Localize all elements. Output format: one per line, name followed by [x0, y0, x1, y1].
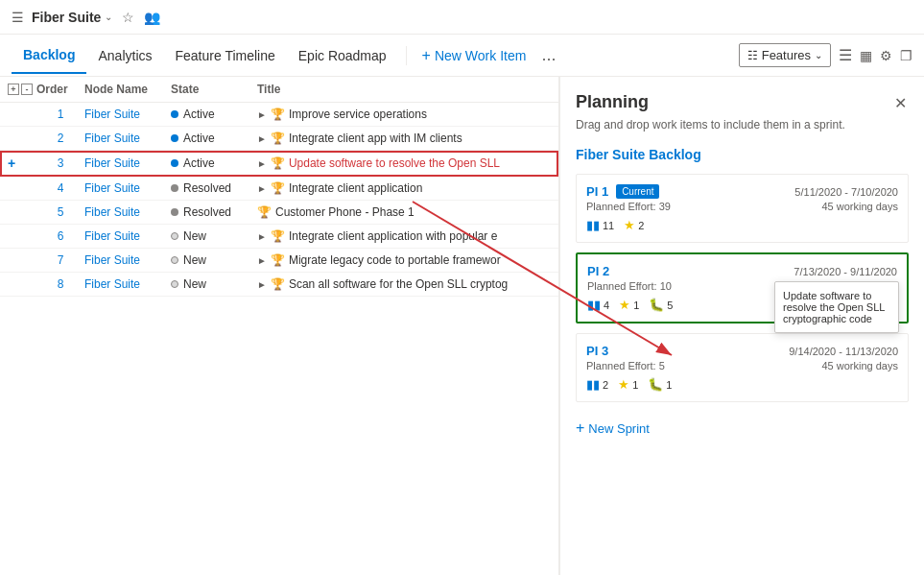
- table-row[interactable]: 8 Fiber Suite New ► 🏆 Scan all software …: [0, 273, 558, 297]
- sprint-pi1-name: PI 1: [586, 184, 608, 199]
- node-3: Fiber Suite: [84, 156, 171, 170]
- bar-chart-icon: ▮▮: [587, 298, 601, 312]
- star-icon: ★: [624, 218, 635, 232]
- expand-icon[interactable]: ►: [257, 279, 267, 290]
- new-work-item-button[interactable]: + New Work Item: [415, 41, 534, 70]
- sprint-pi1-working-days: 45 working days: [822, 201, 899, 212]
- bug-icon: 🐛: [649, 298, 664, 312]
- title-5: 🏆 Customer Phone - Phase 1: [257, 205, 551, 219]
- nav-item-analytics[interactable]: Analytics: [86, 38, 163, 73]
- table-row[interactable]: 5 Fiber Suite Resolved 🏆 Customer Phone …: [0, 201, 558, 225]
- star-icon[interactable]: ☆: [122, 10, 134, 25]
- row-add-plus[interactable]: +: [8, 156, 36, 171]
- expand-icon[interactable]: ►: [257, 158, 267, 169]
- expand-icon[interactable]: ►: [257, 183, 267, 194]
- bar-chart-icon: ▮▮: [586, 218, 600, 232]
- trophy-icon: 🏆: [271, 108, 285, 121]
- order-3: 3: [36, 156, 84, 170]
- node-6: Fiber Suite: [84, 229, 171, 243]
- trophy-icon: 🏆: [271, 156, 285, 170]
- current-badge: Current: [616, 184, 659, 199]
- features-button[interactable]: ☷ Features ⌄: [739, 43, 831, 67]
- header-add-col: + -: [8, 84, 36, 95]
- new-sprint-button[interactable]: + New Sprint: [576, 416, 909, 441]
- table-row[interactable]: 1 Fiber Suite Active ► 🏆 Improve service…: [0, 103, 558, 127]
- features-label: Features: [762, 48, 811, 62]
- state-2: Active: [171, 132, 257, 145]
- state-header: State: [171, 83, 257, 96]
- title-1: ► 🏆 Improve service operations: [257, 108, 551, 121]
- gear-icon[interactable]: ⚙: [880, 48, 892, 63]
- trophy-icon: 🏆: [271, 277, 285, 291]
- nav-right: ☷ Features ⌄ ☰ ▦ ⚙ ❐: [739, 43, 912, 67]
- table-row[interactable]: 6 Fiber Suite New ► 🏆 Integrate client a…: [0, 225, 558, 249]
- expand-icon[interactable]: ►: [257, 133, 267, 144]
- panel-header: Planning ✕: [576, 92, 909, 114]
- filter-settings-icon[interactable]: ☰: [839, 46, 852, 64]
- bar-chart-icon: ▮▮: [586, 377, 600, 392]
- sprint-pi2-effort: Planned Effort: 10: [587, 280, 672, 292]
- node-8: Fiber Suite: [84, 277, 171, 291]
- expand-all-icon[interactable]: +: [8, 84, 19, 95]
- table-row-highlighted[interactable]: + 3 Fiber Suite Active ► 🏆 Update softwa…: [0, 151, 558, 177]
- hamburger-icon[interactable]: ☰: [12, 10, 24, 25]
- sprint-card-pi1[interactable]: PI 1 Current 5/11/2020 - 7/10/2020 Plann…: [576, 174, 909, 243]
- backlog-panel: + - Order Node Name State Title 1 Fiber …: [0, 77, 559, 575]
- nav-item-backlog[interactable]: Backlog: [12, 37, 86, 74]
- table-row[interactable]: 7 Fiber Suite New ► 🏆 Migrate legacy cod…: [0, 249, 558, 273]
- main-content: + - Order Node Name State Title 1 Fiber …: [0, 77, 924, 575]
- trophy-icon: 🏆: [271, 229, 285, 243]
- node-2: Fiber Suite: [84, 132, 171, 145]
- people-icon[interactable]: 👥: [144, 10, 160, 25]
- title-3: ► 🏆 Update software to resolve the Open …: [257, 156, 551, 170]
- order-7: 7: [36, 253, 84, 267]
- star-icon: ★: [618, 377, 629, 392]
- nav-more-button[interactable]: ...: [533, 45, 563, 65]
- state-7: New: [171, 253, 257, 267]
- top-bar: ☰ Fiber Suite ⌄ ☆ 👥: [0, 0, 924, 35]
- close-button[interactable]: ✕: [892, 92, 909, 114]
- sprint-pi1-dates: 5/11/2020 - 7/10/2020: [794, 186, 898, 198]
- collapse-all-icon[interactable]: -: [21, 84, 33, 95]
- sprint-pi3-name: PI 3: [586, 344, 608, 358]
- sprint-pi1-bar-count: ▮▮ 11: [586, 218, 614, 232]
- trophy-icon: 🏆: [271, 253, 285, 267]
- expand-icon[interactable]: ►: [257, 231, 267, 242]
- nav-item-feature-timeline[interactable]: Feature Timeline: [164, 38, 287, 73]
- order-6: 6: [36, 229, 84, 243]
- sprint-pi2-dates: 7/13/2020 - 9/11/2020: [794, 266, 897, 277]
- expand-icon[interactable]: ❐: [900, 48, 912, 63]
- state-dot-new: [171, 256, 178, 264]
- order-8: 8: [36, 277, 84, 291]
- list-icon: ☷: [747, 49, 758, 62]
- table-row[interactable]: 4 Fiber Suite Resolved ► 🏆 Integrate cli…: [0, 177, 558, 201]
- node-name-header: Node Name: [84, 83, 171, 96]
- node-4: Fiber Suite: [84, 181, 171, 195]
- sprint-pi3-bug-count: 🐛 1: [648, 377, 672, 392]
- trophy-icon: 🏆: [271, 181, 285, 195]
- sprint-pi3-bar-count: ▮▮ 2: [586, 377, 608, 392]
- sprint-card-pi3[interactable]: PI 3 9/14/2020 - 11/13/2020 Planned Effo…: [576, 333, 909, 402]
- sprint-pi3-effort: Planned Effort: 5: [586, 360, 665, 371]
- order-1: 1: [36, 108, 84, 121]
- table-header: + - Order Node Name State Title: [0, 77, 558, 103]
- features-chevron: ⌄: [815, 50, 822, 60]
- expand-icon[interactable]: ►: [257, 255, 267, 266]
- title-header: Title: [257, 83, 551, 96]
- plus-icon: +: [422, 47, 431, 64]
- title-7: ► 🏆 Migrate legacy code to portable fram…: [257, 253, 551, 267]
- nav-item-epic-roadmap[interactable]: Epic Roadmap: [287, 38, 398, 73]
- panel-title: Planning: [576, 92, 649, 112]
- sprint-pi3-working-days: 45 working days: [822, 360, 899, 371]
- state-dot-resolved: [171, 208, 178, 216]
- node-5: Fiber Suite: [84, 205, 171, 219]
- table-row[interactable]: 2 Fiber Suite Active ► 🏆 Integrate clien…: [0, 127, 558, 151]
- trophy-icon: 🏆: [257, 205, 272, 219]
- drag-tooltip: Update software to resolve the Open SLL …: [774, 281, 899, 333]
- expand-icon[interactable]: ►: [257, 109, 267, 120]
- filter-icon[interactable]: ▦: [860, 48, 872, 63]
- state-dot-active: [171, 159, 178, 167]
- sprint-card-pi2[interactable]: PI 2 7/13/2020 - 9/11/2020 Planned Effor…: [576, 252, 909, 323]
- chevron-down-icon[interactable]: ⌄: [105, 12, 112, 22]
- state-3: Active: [171, 156, 257, 170]
